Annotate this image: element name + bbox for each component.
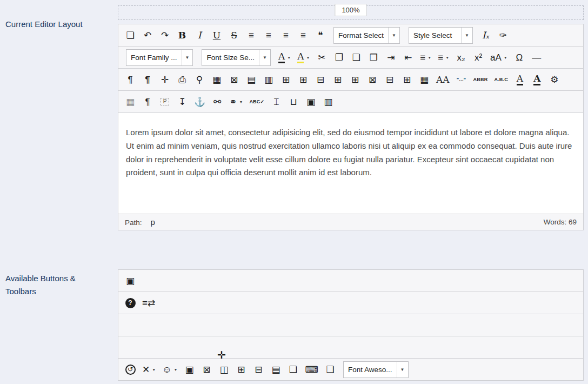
media-manager-button[interactable]: ⊠ [201,362,212,377]
justify-right-button[interactable]: ≡ [297,28,309,43]
paragraph-mark-button[interactable]: ¶ [142,72,153,87]
width-indicator[interactable]: 100% [335,4,366,16]
quote-button[interactable]: “...” [456,72,467,87]
caret-down-icon: ▼ [504,56,507,59]
underline-button[interactable]: U [211,28,223,43]
insert-column-after-icon: ⊞ [351,75,359,84]
toolbar-row-3[interactable]: ¶¶✛⎙⚲▦⊠▤▥⊞⊞⊟⊞⊞⊠⊟⊞▦AA“...”ABBRA.B.CAA⚙ [118,69,583,91]
available-row-4[interactable] [118,336,583,359]
history-button[interactable]: ↺ [124,362,136,377]
superscript-button[interactable]: x² [472,50,484,65]
split-cells-button[interactable]: ⊟ [384,72,396,87]
article-break-button[interactable]: ▤ [270,362,282,377]
undo-button[interactable]: ↶ [142,28,153,43]
delete-column-button[interactable]: ⊠ [366,72,378,87]
delete-row-button[interactable]: ⊟ [315,72,326,87]
joomla-links-button[interactable]: ✕▼ [142,362,156,377]
inserted-text-button[interactable]: A [514,72,526,87]
horizontal-rule-button[interactable]: — [531,50,543,65]
font-scale-button[interactable]: AA [436,72,450,87]
image-manager-button[interactable]: ▣ [183,362,195,377]
page-break-button[interactable]: ⌶ [270,94,282,109]
insert-layout-button[interactable]: ⊞ [235,362,247,377]
new-document-button[interactable]: ❏ [124,28,136,43]
fullscreen-button[interactable]: ✛ [159,72,171,87]
visual-chars-button[interactable]: ¶ [124,72,136,87]
numbered-list-button[interactable]: ≡▼ [419,50,432,65]
justify-full-button[interactable]: ≡ [245,28,257,43]
toolbar-row-1[interactable]: ❏↶↷BIUS≡≡≡≡❝Format Select▼Style Select▼I… [118,24,583,47]
unlink-button[interactable]: ⚯ [211,94,223,109]
bullet-list-button[interactable]: ≡▼ [437,50,450,65]
abbreviation-button[interactable]: ABBR [473,72,489,87]
redo-button[interactable]: ↷ [159,28,171,43]
image-button[interactable]: ▣ [124,273,136,288]
remove-format-button[interactable]: Iₓ [480,28,492,43]
insert-template-button[interactable]: ↧ [176,94,188,109]
visual-blocks-button[interactable]: P [159,94,171,109]
justify-left-button[interactable]: ≡ [280,28,292,43]
insert-row-after-button[interactable]: ⊞ [297,72,309,87]
deleted-text-button[interactable]: A [531,72,543,87]
cut-button[interactable]: ✂ [316,50,328,65]
help-button[interactable]: ? [124,295,136,310]
emoticons-button[interactable]: ☺▼ [162,362,178,377]
copy-button[interactable]: ❐ [333,50,345,65]
toggle-toolbar-button[interactable]: ≡⇄ [142,295,156,310]
paragraph-button[interactable]: ¶ [142,94,153,109]
blockquote-button[interactable]: ❝ [315,28,326,43]
insert-table-button[interactable]: ▦ [211,72,223,87]
toolbar-row-4[interactable]: ▦¶P↧⚓⚯⚭▼ABC✓⌶⊔▣▥ [118,91,583,113]
font-size-select[interactable]: Font Size Se...▼ [202,49,270,66]
insert-column-before-button[interactable]: ⊞ [332,72,344,87]
subscript-button[interactable]: x₂ [455,50,467,65]
insert-row-before-button[interactable]: ⊞ [280,72,292,87]
highlight-color-button[interactable]: A▼ [297,50,310,65]
search-replace-button[interactable]: ⚲ [193,72,205,87]
table-cell-properties-button[interactable]: ▥ [263,72,275,87]
strikethrough-button[interactable]: S [228,28,240,43]
font-family-select[interactable]: Font Family ...▼ [126,49,193,66]
fontawesome-select[interactable]: Font Aweso...▼ [343,361,408,378]
cleanup-button[interactable]: ✑ [497,28,509,43]
outdent-button[interactable]: ⇤ [402,50,414,65]
justify-center-button[interactable]: ≡ [263,28,275,43]
path-value[interactable]: p [151,217,155,227]
delete-table-button[interactable]: ⊠ [228,72,240,87]
paste-as-text-button[interactable]: ❒ [368,50,379,65]
acronym-button[interactable]: A.B.C [493,72,509,87]
text-color-button[interactable]: A▼ [278,50,291,65]
bold-button[interactable]: B [176,28,188,43]
style-select[interactable]: Style Select▼ [409,27,473,44]
paste-button[interactable]: ❑ [350,50,362,65]
available-row-1[interactable]: ▣ [118,270,583,292]
mediabox-button[interactable]: ❑ [324,362,336,377]
nonbreaking-space-button[interactable]: ⊔ [288,94,299,109]
keyboard-button[interactable]: ⌨ [304,362,319,377]
anchor-button[interactable]: ⚓ [193,94,206,109]
link-button[interactable]: ⚭▼ [229,94,243,109]
spellcheck-button[interactable]: ABC✓ [249,94,265,109]
preferences-button[interactable]: ⚙ [549,72,560,87]
readmore-button[interactable]: ❏ [287,362,299,377]
insert-media-button[interactable]: ▥ [322,94,334,109]
visual-aid-button[interactable]: ▦ [124,94,136,109]
special-character-button[interactable]: Ω [513,50,525,65]
columns-button[interactable]: ◫ [218,362,230,377]
table-properties-button[interactable]: ▦ [418,72,430,87]
indent-button[interactable]: ⇥ [385,50,397,65]
merge-cells-button[interactable]: ⊞ [401,72,413,87]
print-button[interactable]: ⎙ [176,72,188,87]
available-row-2[interactable]: ?≡⇄ [118,292,583,314]
case-change-button[interactable]: aA▼ [490,50,508,65]
italic-button[interactable]: I [193,28,205,43]
tabs-button[interactable]: ⊟ [252,362,264,377]
toolbar-row-2[interactable]: Font Family ...▼Font Size Se...▼A▼A▼✂❐❑❒… [118,47,583,69]
insert-image-button[interactable]: ▣ [305,94,317,109]
available-row-5[interactable]: ↺✕▼☺▼▣⊠◫⊞⊟▤❏⌨❑Font Aweso...▼ [118,359,583,381]
insert-column-after-button[interactable]: ⊞ [349,72,361,87]
format-select[interactable]: Format Select▼ [333,27,400,44]
editor-content[interactable]: Lorem ipsum dolor sit amet, consectetur … [118,113,584,214]
table-row-properties-button[interactable]: ▤ [245,72,257,87]
available-row-3[interactable] [118,314,583,336]
